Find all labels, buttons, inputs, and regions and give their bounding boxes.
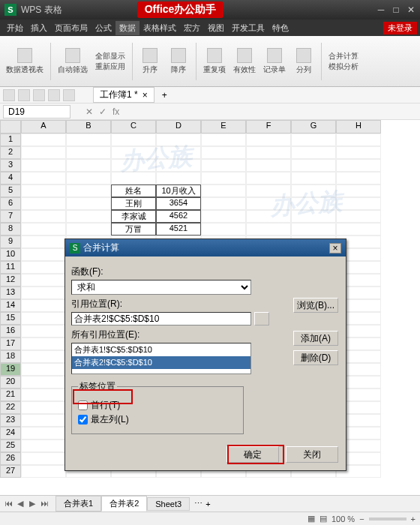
row-header[interactable]: 11 xyxy=(0,261,21,274)
qat-redo-icon[interactable] xyxy=(63,89,75,101)
dialog-close-icon[interactable]: × xyxy=(329,243,341,254)
col-H[interactable]: H xyxy=(336,120,381,134)
cell[interactable] xyxy=(66,172,111,184)
cell[interactable] xyxy=(21,452,66,465)
cell[interactable] xyxy=(21,338,66,350)
row-header[interactable]: 1 xyxy=(0,134,21,146)
row-header[interactable]: 5 xyxy=(0,184,21,197)
cell[interactable]: 姓名 xyxy=(111,184,156,197)
cell[interactable] xyxy=(291,223,336,236)
cell[interactable] xyxy=(336,197,381,210)
row-header[interactable]: 4 xyxy=(0,172,21,184)
menu-macro[interactable]: 宏方 xyxy=(180,21,204,35)
workbook-tab-close-icon[interactable]: × xyxy=(142,90,148,100)
cell[interactable] xyxy=(201,146,246,159)
sheet-first-icon[interactable]: ⏮ xyxy=(3,499,14,508)
cell[interactable] xyxy=(291,172,336,184)
add-button[interactable]: 添加(A) xyxy=(293,331,338,346)
cell[interactable] xyxy=(111,146,156,159)
cell[interactable] xyxy=(66,134,111,146)
cell[interactable] xyxy=(21,274,66,286)
menu-pagelayout[interactable]: 页面布局 xyxy=(51,21,92,35)
row-header[interactable]: 27 xyxy=(0,465,21,478)
list-item[interactable]: 合并表1!$C$5:$D$10 xyxy=(72,344,250,356)
row-header[interactable]: 8 xyxy=(0,223,21,236)
delete-button[interactable]: 删除(D) xyxy=(293,350,338,365)
qat-save-icon[interactable] xyxy=(18,89,30,101)
qat-new-icon[interactable] xyxy=(3,89,15,101)
cell[interactable] xyxy=(336,223,381,236)
row-header[interactable]: 13 xyxy=(0,286,21,299)
cell[interactable] xyxy=(336,210,381,223)
menu-tablestyle[interactable]: 表格样式 xyxy=(140,21,180,35)
ribbon-valid[interactable]: 有效性 xyxy=(230,46,259,76)
cell[interactable] xyxy=(66,223,111,236)
cell[interactable] xyxy=(21,401,66,414)
minimize-icon[interactable]: ─ xyxy=(376,4,386,15)
cell[interactable] xyxy=(21,427,66,440)
cell[interactable]: 4562 xyxy=(156,210,201,223)
row-header[interactable]: 10 xyxy=(0,248,21,261)
zoom-out-icon[interactable]: − xyxy=(359,514,364,524)
cell[interactable] xyxy=(21,134,66,146)
cell[interactable] xyxy=(66,184,111,197)
cell[interactable] xyxy=(66,146,111,159)
menu-feature[interactable]: 特色 xyxy=(268,21,292,35)
cell[interactable] xyxy=(291,184,336,197)
cell[interactable] xyxy=(246,134,291,146)
sheet-prev-icon[interactable]: ◀ xyxy=(15,499,26,508)
zoom-value[interactable]: 100 % xyxy=(332,514,355,524)
view-normal-icon[interactable]: ▦ xyxy=(308,514,315,524)
row-header[interactable]: 12 xyxy=(0,274,21,286)
ribbon-consolidate[interactable]: 合并计算模拟分析 xyxy=(326,50,362,74)
cell[interactable] xyxy=(21,286,66,299)
qat-undo-icon[interactable] xyxy=(48,89,60,101)
menu-devtools[interactable]: 开发工具 xyxy=(228,21,268,35)
allrefs-listbox[interactable]: 合并表1!$C$5:$D$10 合并表2!$C$5:$D$10 xyxy=(71,343,251,374)
row-header[interactable]: 9 xyxy=(0,236,21,248)
cell[interactable] xyxy=(21,172,66,184)
cell[interactable] xyxy=(201,210,246,223)
row-header[interactable]: 17 xyxy=(0,338,21,350)
cell[interactable] xyxy=(21,465,66,478)
ref-picker-icon[interactable] xyxy=(254,312,269,326)
ribbon-record[interactable]: 记录单 xyxy=(260,46,289,76)
cell[interactable] xyxy=(21,376,66,388)
menu-view[interactable]: 视图 xyxy=(204,21,228,35)
ribbon-autofilter[interactable]: 自动筛选 xyxy=(55,46,91,76)
cell[interactable] xyxy=(246,223,291,236)
cell[interactable] xyxy=(21,299,66,312)
fx-icon[interactable]: fx xyxy=(112,106,119,117)
cell[interactable] xyxy=(201,184,246,197)
cell[interactable] xyxy=(291,159,336,172)
select-all-corner[interactable] xyxy=(0,120,21,134)
row-header[interactable]: 16 xyxy=(0,325,21,338)
zoom-slider[interactable] xyxy=(369,518,406,520)
row-header[interactable]: 14 xyxy=(0,299,21,312)
cell[interactable] xyxy=(21,388,66,401)
zoom-in-icon[interactable]: + xyxy=(411,514,416,524)
cell[interactable] xyxy=(21,363,66,376)
name-box[interactable]: D19 xyxy=(3,105,70,118)
sheet-tab-3[interactable]: Sheet3 xyxy=(147,497,190,511)
row-header[interactable]: 21 xyxy=(0,388,21,401)
ribbon-showall[interactable]: 全部显示重新应用 xyxy=(92,50,128,74)
cell[interactable]: 10月收入 xyxy=(156,184,201,197)
col-E[interactable]: E xyxy=(201,120,246,134)
ribbon-dup[interactable]: 重复项 xyxy=(200,46,229,76)
fx-cancel-icon[interactable]: ✕ xyxy=(86,106,93,117)
close-button[interactable]: 关闭 xyxy=(286,446,338,463)
cell[interactable] xyxy=(156,146,201,159)
cell[interactable] xyxy=(21,236,66,248)
col-D[interactable]: D xyxy=(156,120,201,134)
sheet-tab-1[interactable]: 合并表1 xyxy=(56,496,101,512)
ribbon-asc[interactable]: 升序 xyxy=(136,46,164,76)
qat-print-icon[interactable] xyxy=(33,89,45,101)
cell[interactable] xyxy=(291,210,336,223)
cell[interactable] xyxy=(246,159,291,172)
cell[interactable] xyxy=(21,325,66,338)
cell[interactable] xyxy=(246,184,291,197)
cell[interactable] xyxy=(111,172,156,184)
col-B[interactable]: B xyxy=(66,120,111,134)
row-header[interactable]: 19 xyxy=(0,363,21,376)
